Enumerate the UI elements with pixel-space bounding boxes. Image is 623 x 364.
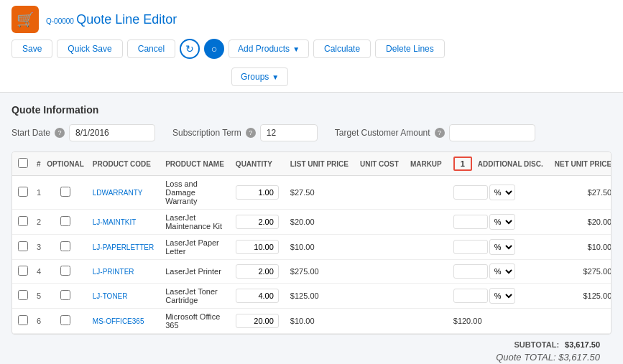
row-disc-input-3[interactable] [453, 264, 488, 279]
row-unit-cost-2 [354, 235, 405, 260]
refresh-icon-btn[interactable]: ↻ [180, 39, 200, 59]
row-net-unit-2: $10.00 [549, 235, 612, 260]
col-header-name: PRODUCT NAME [160, 152, 230, 176]
quote-number: Q-00000 [46, 17, 74, 25]
header: 🛒 Q-00000 Quote Line Editor Save Quick S… [0, 0, 623, 93]
row-num-4: 5 [34, 284, 44, 309]
row-checkbox-5[interactable] [18, 315, 28, 325]
row-disc-input-1[interactable] [453, 215, 488, 229]
subtotal-row: SUBTOTAL: $3,617.50 [11, 335, 612, 350]
col-header-qty: QUANTITY [230, 152, 285, 176]
row-disc-type-0[interactable]: %$ [489, 185, 515, 200]
row-markup-4 [405, 284, 448, 309]
row-list-price-1: $20.00 [285, 210, 354, 235]
row-disc-type-4[interactable]: %$ [489, 288, 515, 304]
select-all-checkbox[interactable] [18, 158, 28, 168]
table-header-row: # OPTIONAL PRODUCT CODE PRODUCT NAME QUA… [12, 152, 612, 176]
quick-save-button[interactable]: Quick Save [57, 39, 122, 58]
row-optional-3[interactable] [60, 266, 70, 276]
row-optional-1[interactable] [60, 216, 70, 226]
row-disc-input-2[interactable] [453, 240, 488, 254]
row-net-unit-5 [549, 309, 612, 334]
add-products-button[interactable]: Add Products ▼ [229, 39, 309, 58]
table-row: 4 LJ-PRINTER LaserJet Printer $275.00 %$… [12, 260, 612, 284]
cancel-button[interactable]: Cancel [127, 39, 175, 58]
row-checkbox-0[interactable] [18, 187, 28, 197]
row-num-0: 1 [34, 176, 44, 210]
quote-total-text: Quote TOTAL: $3,617.50 [496, 352, 600, 363]
row-code-5: MS-OFFICE365 [87, 309, 160, 334]
table-row: 3 LJ-PAPERLETTER LaserJet Paper Letter $… [12, 235, 612, 260]
row-code-3: LJ-PRINTER [87, 260, 160, 284]
delete-lines-button[interactable]: Delete Lines [375, 39, 445, 58]
row-markup-1 [405, 210, 448, 235]
header-left: 🛒 Q-00000 Quote Line Editor [11, 6, 177, 33]
row-num-1: 2 [34, 210, 44, 235]
row-list-price-0: $27.50 [285, 176, 354, 210]
row-qty-2[interactable] [236, 240, 279, 254]
target-customer-help-icon[interactable]: ? [435, 128, 445, 138]
app-container: 🛒 Q-00000 Quote Line Editor Save Quick S… [0, 0, 623, 364]
row-qty-5[interactable] [236, 314, 279, 328]
row-optional-2[interactable] [60, 241, 70, 251]
row-qty-1[interactable] [236, 215, 279, 229]
row-name-2: LaserJet Paper Letter [160, 235, 230, 260]
start-date-help-icon[interactable]: ? [55, 128, 65, 138]
row-list-price-3: $275.00 [285, 260, 354, 284]
row-disc-type-3[interactable]: %$ [489, 263, 515, 279]
row-markup-3 [405, 260, 448, 284]
subscription-term-help-icon[interactable]: ? [246, 128, 256, 138]
row-qty-0[interactable] [236, 185, 279, 200]
groups-button[interactable]: Groups ▼ [231, 67, 288, 86]
start-date-input[interactable] [69, 124, 155, 141]
row-code-1: LJ-MAINTKIT [87, 210, 160, 235]
save-button[interactable]: Save [11, 39, 52, 58]
row-unit-cost-0 [354, 176, 405, 210]
calculate-button[interactable]: Calculate [313, 39, 371, 58]
row-code-4: LJ-TONER [87, 284, 160, 309]
main-content: Quote Information Start Date ? Subscript… [0, 93, 623, 364]
row-disc-type-2[interactable]: %$ [489, 239, 515, 255]
row-code-0: LDWARRANTY [87, 176, 160, 210]
markup-highlight: 1 [453, 157, 472, 171]
quote-icon: 🛒 [11, 6, 39, 33]
col-header-num: # [34, 152, 44, 176]
row-disc-4: %$ [448, 284, 549, 309]
row-disc-input-0[interactable] [453, 185, 488, 200]
row-list-price-5: $10.00 [285, 309, 354, 334]
row-checkbox-3[interactable] [18, 266, 28, 276]
row-markup-2 [405, 235, 448, 260]
row-optional-4[interactable] [60, 290, 70, 300]
row-list-price-2: $10.00 [285, 235, 354, 260]
row-disc-input-4[interactable] [453, 289, 488, 303]
target-customer-input[interactable] [449, 124, 535, 141]
row-optional-0[interactable] [60, 187, 70, 197]
row-markup-5 [405, 309, 448, 334]
row-optional-5[interactable] [60, 315, 70, 325]
row-name-3: LaserJet Printer [160, 260, 230, 284]
row-checkbox-4[interactable] [18, 290, 28, 300]
subscription-term-group: Subscription Term ? [172, 124, 318, 141]
row-qty-3[interactable] [236, 264, 279, 279]
row-qty-4[interactable] [236, 289, 279, 303]
row-disc-1: %$ [448, 210, 549, 235]
row-list-price-4: $125.00 [285, 284, 354, 309]
row-net-unit-4: $125.00 [549, 284, 612, 309]
row-unit-cost-3 [354, 260, 405, 284]
row-disc-5: $120.00 [448, 309, 549, 334]
row-disc-3: %$ [448, 260, 549, 284]
row-disc-2: %$ [448, 235, 549, 260]
page-title: Quote Line Editor [76, 12, 177, 27]
col-header-list-price: LIST UNIT PRICE [285, 152, 354, 176]
row-checkbox-2[interactable] [18, 241, 28, 251]
subtotal-label: SUBTOTAL: [514, 340, 560, 349]
start-date-label: Start Date [11, 128, 50, 138]
row-net-unit-3: $275.00 [549, 260, 612, 284]
sync-icon-btn[interactable]: ○ [204, 39, 224, 59]
row-name-4: LaserJet Toner Cartridge [160, 284, 230, 309]
table-row: 6 MS-OFFICE365 Microsoft Office 365 $10.… [12, 309, 612, 334]
row-disc-type-1[interactable]: %$ [489, 214, 515, 230]
start-date-group: Start Date ? [11, 124, 155, 141]
row-checkbox-1[interactable] [18, 216, 28, 226]
subscription-term-input[interactable] [260, 124, 318, 141]
